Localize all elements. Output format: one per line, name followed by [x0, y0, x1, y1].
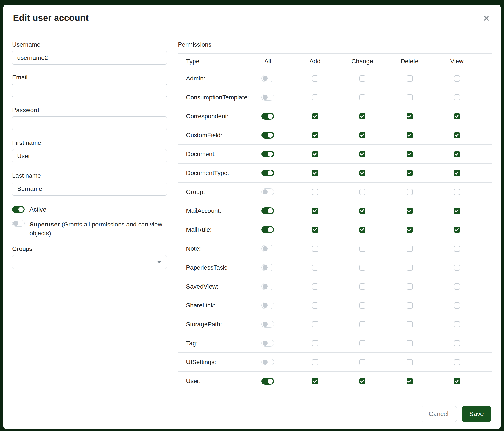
- perm-consumptiontemplate-add-checkbox[interactable]: [312, 94, 318, 100]
- perm-savedview-change-checkbox[interactable]: [359, 283, 365, 290]
- perm-consumptiontemplate-change-checkbox[interactable]: [359, 94, 365, 100]
- perm-sharelink-view-checkbox[interactable]: [454, 302, 460, 308]
- perm-paperlesstask-add-checkbox[interactable]: [312, 265, 318, 271]
- perm-user-add-checkbox[interactable]: [312, 378, 318, 384]
- perm-admin-view-checkbox[interactable]: [454, 75, 460, 81]
- perm-mailrule-view-checkbox[interactable]: [454, 227, 460, 233]
- perm-sharelink-add-checkbox[interactable]: [312, 302, 318, 308]
- perm-mailrule-change-checkbox[interactable]: [359, 227, 365, 233]
- perm-correspondent-delete-checkbox[interactable]: [407, 113, 413, 119]
- perm-savedview-delete-checkbox[interactable]: [407, 283, 413, 290]
- perm-admin-change-checkbox[interactable]: [359, 75, 365, 81]
- perm-savedview-add-checkbox[interactable]: [312, 283, 318, 290]
- save-button[interactable]: Save: [462, 406, 491, 422]
- perm-savedview-view-checkbox[interactable]: [454, 283, 460, 290]
- close-icon[interactable]: ×: [482, 12, 491, 24]
- perm-tag-add-checkbox[interactable]: [312, 340, 318, 346]
- permissions-section: Permissions TypeAllAddChangeDeleteView A…: [178, 41, 492, 399]
- perm-consumptiontemplate-view-checkbox[interactable]: [454, 94, 460, 100]
- perm-uisettings-view-checkbox[interactable]: [454, 359, 460, 365]
- perm-mailaccount-add-checkbox[interactable]: [312, 208, 318, 214]
- perm-documenttype-change-checkbox[interactable]: [359, 170, 365, 176]
- perm-group-all-toggle[interactable]: [261, 189, 274, 195]
- perm-documenttype-add-checkbox[interactable]: [312, 170, 318, 176]
- perm-customfield-add-checkbox[interactable]: [312, 132, 318, 138]
- perm-paperlesstask-delete-checkbox[interactable]: [407, 265, 413, 271]
- perm-consumptiontemplate-all-toggle[interactable]: [261, 94, 274, 101]
- perm-note-change-checkbox[interactable]: [359, 246, 365, 252]
- perm-mailaccount-delete-checkbox[interactable]: [407, 208, 413, 214]
- cancel-button[interactable]: Cancel: [421, 406, 457, 422]
- perm-sharelink-delete-checkbox[interactable]: [407, 302, 413, 308]
- perm-documenttype-view-checkbox[interactable]: [454, 170, 460, 176]
- perm-uisettings-all-toggle[interactable]: [261, 359, 274, 366]
- perm-uisettings-change-checkbox[interactable]: [359, 359, 365, 365]
- perm-tag-all-toggle[interactable]: [261, 340, 274, 347]
- perm-customfield-delete-checkbox[interactable]: [407, 132, 413, 138]
- perm-customfield-view-checkbox[interactable]: [454, 132, 460, 138]
- perm-correspondent-all-toggle[interactable]: [261, 113, 274, 120]
- perm-mailaccount-view-checkbox[interactable]: [454, 208, 460, 214]
- perm-user-all-toggle[interactable]: [261, 378, 274, 385]
- perm-correspondent-add-checkbox[interactable]: [312, 113, 318, 119]
- perm-paperlesstask-view-checkbox[interactable]: [454, 265, 460, 271]
- perm-row-documenttype: DocumentType:: [178, 164, 492, 182]
- perm-group-add-checkbox[interactable]: [312, 189, 318, 195]
- perm-tag-change-checkbox[interactable]: [359, 340, 365, 346]
- perm-paperlesstask-all-toggle[interactable]: [261, 264, 274, 271]
- perm-correspondent-change-checkbox[interactable]: [359, 113, 365, 119]
- perm-storagepath-view-checkbox[interactable]: [454, 321, 460, 327]
- perm-mailrule-add-checkbox[interactable]: [312, 227, 318, 233]
- perm-user-view-checkbox[interactable]: [454, 378, 460, 384]
- password-field[interactable]: [12, 116, 167, 130]
- perm-note-view-checkbox[interactable]: [454, 246, 460, 252]
- perm-group-view-checkbox[interactable]: [454, 189, 460, 195]
- perm-document-change-checkbox[interactable]: [359, 151, 365, 157]
- perm-admin-add-checkbox[interactable]: [312, 75, 318, 81]
- perm-storagepath-delete-checkbox[interactable]: [407, 321, 413, 327]
- perm-document-all-toggle[interactable]: [261, 151, 274, 157]
- perm-user-delete-checkbox[interactable]: [407, 378, 413, 384]
- perm-mailaccount-all-toggle[interactable]: [261, 207, 274, 214]
- perm-user-change-checkbox[interactable]: [359, 378, 365, 384]
- perm-group-change-checkbox[interactable]: [359, 189, 365, 195]
- last-name-field[interactable]: [12, 182, 167, 196]
- perm-tag-view-checkbox[interactable]: [454, 340, 460, 346]
- perm-uisettings-add-checkbox[interactable]: [312, 359, 318, 365]
- perm-savedview-all-toggle[interactable]: [261, 283, 274, 290]
- groups-select[interactable]: [12, 255, 167, 269]
- perm-document-view-checkbox[interactable]: [454, 151, 460, 157]
- first-name-field[interactable]: [12, 149, 167, 163]
- perm-customfield-all-toggle[interactable]: [261, 132, 274, 139]
- first-name-group: First name: [12, 139, 167, 163]
- perm-storagepath-all-toggle[interactable]: [261, 321, 274, 328]
- active-toggle[interactable]: [12, 206, 25, 213]
- email-field[interactable]: [12, 84, 167, 98]
- perm-note-all-toggle[interactable]: [261, 245, 274, 252]
- perm-group-delete-checkbox[interactable]: [407, 189, 413, 195]
- perm-storagepath-change-checkbox[interactable]: [359, 321, 365, 327]
- perm-mailrule-delete-checkbox[interactable]: [407, 227, 413, 233]
- superuser-toggle[interactable]: [12, 220, 25, 227]
- perm-customfield-change-checkbox[interactable]: [359, 132, 365, 138]
- perm-row-savedview: SavedView:: [178, 277, 492, 296]
- perm-tag-delete-checkbox[interactable]: [407, 340, 413, 346]
- perm-mailaccount-change-checkbox[interactable]: [359, 208, 365, 214]
- perm-note-delete-checkbox[interactable]: [407, 246, 413, 252]
- perm-documenttype-all-toggle[interactable]: [261, 170, 274, 176]
- perm-note-add-checkbox[interactable]: [312, 246, 318, 252]
- perm-sharelink-change-checkbox[interactable]: [359, 302, 365, 308]
- perm-admin-delete-checkbox[interactable]: [407, 75, 413, 81]
- perm-mailrule-all-toggle[interactable]: [261, 226, 274, 233]
- perm-documenttype-delete-checkbox[interactable]: [407, 170, 413, 176]
- perm-paperlesstask-change-checkbox[interactable]: [359, 265, 365, 271]
- perm-storagepath-add-checkbox[interactable]: [312, 321, 318, 327]
- perm-uisettings-delete-checkbox[interactable]: [407, 359, 413, 365]
- perm-admin-all-toggle[interactable]: [261, 75, 274, 82]
- perm-document-add-checkbox[interactable]: [312, 151, 318, 157]
- username-input[interactable]: [12, 51, 167, 65]
- perm-consumptiontemplate-delete-checkbox[interactable]: [407, 94, 413, 100]
- perm-document-delete-checkbox[interactable]: [407, 151, 413, 157]
- perm-sharelink-all-toggle[interactable]: [261, 302, 274, 309]
- perm-correspondent-view-checkbox[interactable]: [454, 113, 460, 119]
